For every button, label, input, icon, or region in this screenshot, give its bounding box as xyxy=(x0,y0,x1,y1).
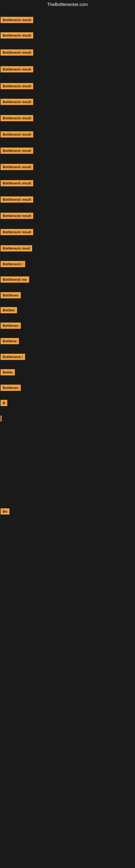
bottleneck-item-11: Bottleneck result xyxy=(1,180,33,186)
bottleneck-bar-26 xyxy=(1,415,2,422)
bottleneck-item-18: Bottlenec xyxy=(1,292,21,299)
bottleneck-item-9: Bottleneck result xyxy=(1,148,33,154)
bottleneck-item-7: Bottleneck result xyxy=(1,115,33,121)
bottleneck-item-23: Bottle xyxy=(1,369,15,375)
bottleneck-item-15: Bottleneck resul xyxy=(1,245,32,251)
bottleneck-item-14: Bottleneck result xyxy=(1,229,33,235)
bottleneck-item-30: Bo xyxy=(1,508,9,515)
bottleneck-item-16: Bottleneck r xyxy=(1,261,25,267)
bottleneck-item-12: Bottleneck result xyxy=(1,196,33,203)
bottleneck-item-25: B xyxy=(1,400,7,406)
bottleneck-item-5: Bottleneck result xyxy=(1,83,33,89)
bottleneck-item-22: Bottleneck r xyxy=(1,354,25,360)
bottleneck-item-6: Bottleneck result xyxy=(1,99,33,105)
bottleneck-item-3: Bottleneck result xyxy=(1,50,33,56)
bottleneck-item-17: Bottleneck res xyxy=(1,276,29,283)
site-title: TheBottlenecker.com xyxy=(0,0,135,9)
bottleneck-item-24: Bottlenec xyxy=(1,384,21,391)
bottleneck-item-19: Bottlen xyxy=(1,307,17,313)
bottleneck-item-20: Bottlenec xyxy=(1,322,21,329)
bottleneck-item-1: Bottleneck result xyxy=(1,17,33,23)
bottleneck-item-2: Bottleneck result xyxy=(1,32,33,38)
bottleneck-item-13: Bottleneck result xyxy=(1,213,33,219)
bottleneck-item-4: Bottleneck result xyxy=(1,66,33,72)
bottleneck-item-21: Bottlene xyxy=(1,338,19,344)
bottleneck-item-8: Bottleneck result xyxy=(1,131,33,137)
bottleneck-item-10: Bottleneck result xyxy=(1,164,33,170)
